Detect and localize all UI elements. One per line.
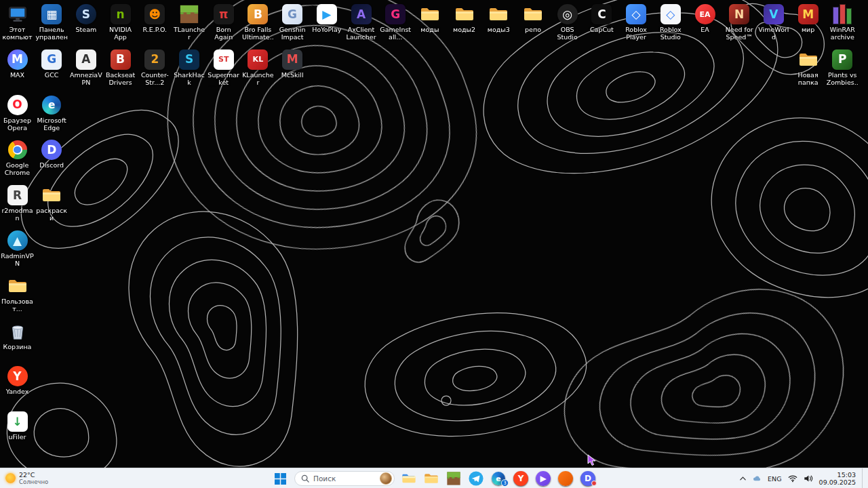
desktop-icon-folder-repo[interactable]: репо xyxy=(517,3,550,34)
desktop-icon-amneziavpn[interactable]: A AmneziaVPN xyxy=(69,49,102,87)
desktop-icon-discord[interactable]: D Discord xyxy=(35,139,68,169)
desktop-icon-mcskill[interactable]: M McSkill xyxy=(276,49,309,79)
desktop-icon-roblox-player[interactable]: ◇ Roblox Player xyxy=(620,3,653,41)
tray-chevron-up-icon[interactable] xyxy=(739,476,747,481)
desktop-icon-bro-falls[interactable]: B Bro Falls Ultimate... xyxy=(241,3,275,42)
file-explorer-icon xyxy=(401,471,416,486)
desktop-icon-r2modman[interactable]: R r2modman xyxy=(1,184,34,222)
taskbar-app-edge-browser[interactable]: e3 xyxy=(488,470,509,487)
desktop-icon-genshin-impact[interactable]: G Genshin Impact xyxy=(276,3,309,41)
desktop-icon-label: Backseat Drivers Demo xyxy=(104,72,137,87)
desktop-icon-yandex[interactable]: Y Yandex xyxy=(1,365,34,396)
amneziavpn-icon: A xyxy=(75,49,97,70)
desktop-icon-microsoft-edge[interactable]: e Microsoft Edge xyxy=(35,94,68,132)
new-folder-icon xyxy=(797,49,819,70)
winrar-archive-icon xyxy=(831,3,853,25)
desktop-icon-label: MAX xyxy=(1,72,34,79)
desktop-icon-born-again[interactable]: π Born Again xyxy=(207,3,240,41)
desktop-icon-nvidia-app[interactable]: n NVIDIA App xyxy=(104,3,137,41)
desktop-icon-label: RadminVPN xyxy=(1,253,34,268)
desktop-icon-max[interactable]: M MAX xyxy=(1,49,34,79)
desktop-icon-repo-game[interactable]: ☻ R.E.P.O. xyxy=(138,3,172,34)
desktop-icon-this-pc[interactable]: Этот компьютер xyxy=(1,3,34,42)
desktop-icon-folder-mody[interactable]: моды xyxy=(413,3,446,34)
desktop-icon-hoyoplay[interactable]: ▶ HoYoPlay xyxy=(310,3,343,34)
desktop-icon-ufiler[interactable]: ↓ uFiler xyxy=(1,411,34,441)
desktop-icon-label: Discord xyxy=(35,162,68,169)
axclient-launcher-icon: A xyxy=(351,3,372,25)
taskbar-app-file-explorer[interactable] xyxy=(399,470,419,487)
search-icon xyxy=(301,474,309,483)
desktop-icon-label: Панель управления xyxy=(35,26,68,42)
desktop-icon-label: r2modman xyxy=(1,207,34,222)
desktop-icon-klauncher[interactable]: KL KLauncher xyxy=(241,49,275,87)
search-highlight-image[interactable] xyxy=(380,472,392,485)
desktop-icon-label: репо xyxy=(517,26,550,34)
desktop-icon-counter-strike-2[interactable]: 2 Counter-Str...2 xyxy=(138,49,172,87)
desktop-icon-label: uFiler xyxy=(1,434,34,441)
desktop-icon-obs-studio[interactable]: ◎ OBS Studio xyxy=(551,3,584,41)
minecraft-icon xyxy=(446,471,461,486)
taskbar-app-yandex-browser[interactable]: Y xyxy=(511,470,531,487)
desktop-icon-folder-mody3[interactable]: моды3 xyxy=(482,3,515,34)
weather-widget[interactable]: 22°C Солнечно xyxy=(5,472,48,485)
desktop-icon-mir[interactable]: М мир xyxy=(791,3,825,34)
desktop-icon-gameinstall[interactable]: G GameInstall... xyxy=(379,3,412,41)
taskbar-app-minecraft[interactable] xyxy=(443,470,464,487)
desktop-icon-roblox-studio[interactable]: ◇ Roblox Studio xyxy=(654,3,687,41)
gcc-icon: G xyxy=(41,49,62,70)
taskbar-app-purple-app[interactable]: ▶ xyxy=(533,470,553,487)
desktop-icon-label: SharkHack xyxy=(173,72,206,87)
desktop-icon-folder-raskraski[interactable]: раскраски xyxy=(35,184,68,222)
desktop-icon-axclient-launcher[interactable]: A AxClient Launcher xyxy=(344,3,378,41)
telegram-icon xyxy=(469,471,484,486)
desktop-icon-winrar-archive[interactable]: WinRAR archive xyxy=(826,3,859,41)
desktop-icon-control-panel[interactable]: ▦ Панель управления xyxy=(35,3,68,42)
desktop-icon-radminvpn[interactable]: ▲ RadminVPN xyxy=(1,230,34,268)
search-box[interactable]: Поиск xyxy=(294,471,395,486)
desktop-icon-folder-users[interactable]: Пользоват... xyxy=(1,275,34,313)
desktop-icon-label: Браузер Opera xyxy=(1,117,34,132)
desktop-icon-supermarket-together[interactable]: ST Supermarket Together xyxy=(207,49,240,87)
desktop-icon-ea[interactable]: EA EA xyxy=(688,3,722,34)
desktop: Этот компьютер▦ Панель управленияS Steam… xyxy=(0,0,868,488)
desktop-icon-sharkhack[interactable]: S SharkHack xyxy=(173,49,206,87)
purple-app-icon: ▶ xyxy=(536,471,551,486)
desktop-icon-gcc[interactable]: G GCC xyxy=(35,49,68,79)
taskbar-app-discord[interactable]: D xyxy=(578,470,598,487)
desktop-icon-backseat-drivers[interactable]: B Backseat Drivers Demo xyxy=(104,49,137,87)
ea-icon: EA xyxy=(694,3,716,25)
recycle-bin-icon xyxy=(7,321,28,342)
desktop-icon-label: моды2 xyxy=(448,26,481,34)
desktop-icon-label: Microsoft Edge xyxy=(35,117,68,132)
desktop-icon-label: Genshin Impact xyxy=(276,26,309,41)
folder-mody2-icon xyxy=(454,3,475,25)
desktop-icon-need-for-speed[interactable]: N Need for Speed™ Mo... xyxy=(723,3,756,42)
desktop-icon-tlauncher[interactable]: TLauncher xyxy=(173,3,206,41)
discord-icon: D xyxy=(41,139,62,161)
desktop-icon-recycle-bin[interactable]: Корзина xyxy=(1,321,34,351)
tray-cloud-icon[interactable] xyxy=(753,475,762,483)
desktop-icon-label: McSkill xyxy=(276,72,309,79)
wifi-icon[interactable] xyxy=(788,474,797,483)
klauncher-icon: KL xyxy=(247,49,269,70)
volume-icon[interactable] xyxy=(804,474,813,483)
desktop-icon-folder-mody2[interactable]: моды2 xyxy=(448,3,481,34)
desktop-icon-opera-browser[interactable]: O Браузер Opera xyxy=(1,94,34,132)
start-button[interactable] xyxy=(270,470,290,487)
clock[interactable]: 15:03 09.09.2025 xyxy=(819,471,856,487)
taskbar-app-telegram[interactable] xyxy=(466,470,486,487)
desktop-icon-vimeworld[interactable]: V VimeWorld xyxy=(757,3,790,41)
show-desktop-button[interactable] xyxy=(862,468,864,488)
taskbar-app-folder[interactable] xyxy=(421,470,441,487)
desktop-icon-label: Этот компьютер xyxy=(1,26,34,42)
desktop-icon-google-chrome[interactable]: Google Chrome xyxy=(1,139,34,177)
repo-game-icon: ☻ xyxy=(144,3,165,25)
weather-description: Солнечно xyxy=(19,479,48,485)
desktop-icon-new-folder[interactable]: Новая папка xyxy=(791,49,825,87)
desktop-icon-capcut[interactable]: C CapCut xyxy=(585,3,618,34)
desktop-icon-steam[interactable]: S Steam xyxy=(69,3,102,34)
desktop-icon-plants-vs-zombies[interactable]: P Plants vs Zombies... xyxy=(826,49,859,87)
taskbar-app-orange-app[interactable] xyxy=(555,470,576,487)
language-indicator[interactable]: ENG xyxy=(768,475,781,483)
